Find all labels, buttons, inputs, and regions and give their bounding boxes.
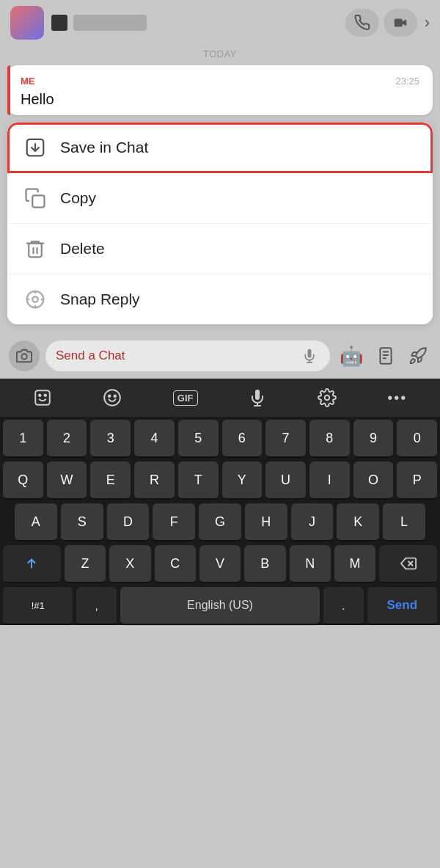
key-shift[interactable] <box>3 545 61 583</box>
key-v[interactable]: V <box>199 545 241 583</box>
keyboard-emoji-btn[interactable] <box>33 388 52 407</box>
svg-point-20 <box>39 394 41 396</box>
key-0[interactable]: 0 <box>397 420 437 458</box>
keyboard-settings-icon <box>318 388 337 407</box>
key-x[interactable]: X <box>109 545 150 583</box>
delete-icon <box>400 555 417 572</box>
video-button[interactable] <box>384 9 417 37</box>
svg-rect-2 <box>32 195 44 207</box>
name-block <box>51 15 147 31</box>
keyboard-smiley-btn[interactable] <box>103 388 122 407</box>
key-c[interactable]: C <box>155 545 196 583</box>
keyboard-row-qwerty: Q W E R T Y U I O P <box>3 462 437 500</box>
key-b[interactable]: B <box>244 545 285 583</box>
context-menu-save-in-chat[interactable]: Save in Chat <box>7 123 433 173</box>
keyboard-mic-btn[interactable] <box>249 389 266 406</box>
context-menu-copy[interactable]: Copy <box>7 173 433 224</box>
avatar <box>10 6 44 40</box>
key-i[interactable]: I <box>309 462 350 500</box>
keyboard-settings-btn[interactable] <box>318 388 337 407</box>
key-l[interactable]: L <box>383 503 425 541</box>
microphone-icon <box>302 349 317 363</box>
key-d[interactable]: D <box>107 503 150 541</box>
key-w[interactable]: W <box>47 462 87 500</box>
status-indicator <box>51 15 67 31</box>
top-bar: › <box>0 0 440 45</box>
keyboard-row-bottom: !#1 , English (US) . Send <box>3 587 437 625</box>
key-j[interactable]: J <box>291 503 334 541</box>
save-in-chat-label: Save in Chat <box>60 139 148 156</box>
contact-name <box>73 15 147 31</box>
key-f[interactable]: F <box>153 503 195 541</box>
keyboard: GIF ••• 1 2 3 4 5 6 7 <box>0 379 440 625</box>
context-menu-delete[interactable]: Delete <box>7 224 433 274</box>
key-a[interactable]: A <box>15 503 57 541</box>
keyboard-more-btn[interactable]: ••• <box>387 390 407 406</box>
save-in-chat-icon <box>23 136 47 159</box>
phone-button[interactable] <box>345 9 379 37</box>
camera-button[interactable] <box>9 340 40 371</box>
key-space[interactable]: English (US) <box>120 587 320 625</box>
key-o[interactable]: O <box>353 462 394 500</box>
rocket-icon <box>408 346 428 365</box>
message-sender: ME <box>21 76 35 87</box>
sticker-button[interactable]: 🤖 <box>336 340 367 371</box>
key-send[interactable]: Send <box>367 587 437 625</box>
key-y[interactable]: Y <box>222 462 263 500</box>
key-k[interactable]: K <box>337 503 379 541</box>
key-9[interactable]: 9 <box>353 420 394 458</box>
copy-label: Copy <box>60 189 96 207</box>
key-g[interactable]: G <box>199 503 241 541</box>
camera-icon <box>16 348 32 364</box>
today-label: TODAY <box>7 48 433 59</box>
microphone-button[interactable] <box>299 346 320 366</box>
snap-reply-label: Snap Reply <box>60 291 140 308</box>
chevron-right-icon[interactable]: › <box>425 13 430 32</box>
clipboard-button[interactable] <box>373 343 399 369</box>
key-n[interactable]: N <box>290 545 331 583</box>
context-menu-snap-reply[interactable]: Snap Reply <box>7 274 433 324</box>
svg-point-27 <box>324 395 329 401</box>
key-m[interactable]: M <box>334 545 375 583</box>
keyboard-mic-icon <box>249 389 266 406</box>
rocket-button[interactable] <box>405 343 431 369</box>
key-e[interactable]: E <box>90 462 131 500</box>
copy-icon <box>23 186 47 210</box>
message-left-bar <box>7 65 10 115</box>
chat-input-box[interactable]: Send a Chat <box>45 340 330 371</box>
more-icon: ••• <box>387 390 407 406</box>
delete-icon <box>23 237 47 260</box>
svg-point-24 <box>114 395 117 398</box>
key-z[interactable]: Z <box>65 545 106 583</box>
key-r[interactable]: R <box>134 462 175 500</box>
key-t[interactable]: T <box>178 462 219 500</box>
message-header: ME 23:25 <box>21 76 419 87</box>
video-icon <box>392 15 409 31</box>
svg-point-7 <box>32 296 38 302</box>
key-numpad[interactable]: !#1 <box>3 587 73 625</box>
key-q[interactable]: Q <box>3 462 43 500</box>
keyboard-gif-btn[interactable]: GIF <box>173 390 198 406</box>
key-period[interactable]: . <box>323 587 363 625</box>
key-1[interactable]: 1 <box>3 420 43 458</box>
svg-rect-15 <box>380 348 391 364</box>
key-s[interactable]: S <box>61 503 103 541</box>
key-u[interactable]: U <box>265 462 306 500</box>
key-7[interactable]: 7 <box>265 420 306 458</box>
svg-point-12 <box>21 354 26 359</box>
key-2[interactable]: 2 <box>47 420 87 458</box>
svg-point-23 <box>109 395 111 398</box>
keyboard-toolbar: GIF ••• <box>0 379 440 417</box>
key-4[interactable]: 4 <box>134 420 175 458</box>
key-p[interactable]: P <box>397 462 437 500</box>
clipboard-icon <box>376 346 395 365</box>
key-delete[interactable] <box>379 545 437 583</box>
key-6[interactable]: 6 <box>222 420 263 458</box>
key-5[interactable]: 5 <box>178 420 219 458</box>
key-8[interactable]: 8 <box>309 420 350 458</box>
key-3[interactable]: 3 <box>90 420 131 458</box>
chat-input-placeholder: Send a Chat <box>56 349 293 363</box>
key-h[interactable]: H <box>245 503 287 541</box>
message-text: Hello <box>21 91 419 108</box>
key-comma[interactable]: , <box>76 587 116 625</box>
